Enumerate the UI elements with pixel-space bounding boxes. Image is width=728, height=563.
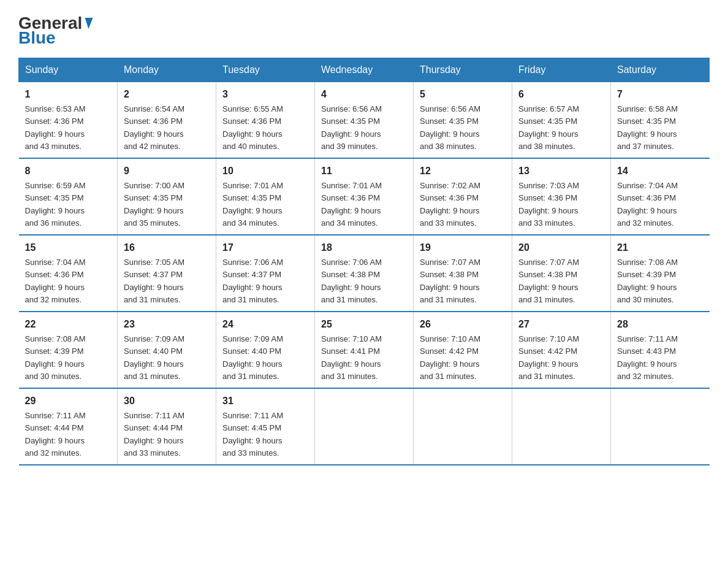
- day-number: 7: [617, 87, 703, 102]
- day-number: 27: [518, 317, 604, 332]
- calendar-cell: 5Sunrise: 6:56 AMSunset: 4:35 PMDaylight…: [414, 82, 512, 159]
- cell-info: Sunrise: 7:01 AMSunset: 4:35 PMDaylight:…: [222, 181, 283, 228]
- cell-info: Sunrise: 6:58 AMSunset: 4:35 PMDaylight:…: [617, 104, 678, 151]
- calendar-cell: 2Sunrise: 6:54 AMSunset: 4:36 PMDaylight…: [118, 82, 216, 159]
- cell-info: Sunrise: 7:11 AMSunset: 4:43 PMDaylight:…: [617, 334, 678, 381]
- cell-info: Sunrise: 6:59 AMSunset: 4:35 PMDaylight:…: [25, 181, 86, 228]
- cell-info: Sunrise: 6:54 AMSunset: 4:36 PMDaylight:…: [124, 104, 184, 151]
- day-number: 25: [321, 317, 407, 332]
- calendar-cell: [315, 388, 414, 465]
- day-number: 11: [321, 164, 407, 178]
- calendar-cell: 20Sunrise: 7:07 AMSunset: 4:38 PMDayligh…: [512, 235, 611, 312]
- cell-info: Sunrise: 7:06 AMSunset: 4:38 PMDaylight:…: [321, 258, 382, 304]
- day-number: 28: [617, 317, 703, 332]
- calendar-cell: 7Sunrise: 6:58 AMSunset: 4:35 PMDaylight…: [611, 82, 710, 159]
- calendar-cell: 30Sunrise: 7:11 AMSunset: 4:44 PMDayligh…: [118, 388, 216, 465]
- day-number: 9: [124, 164, 210, 178]
- cell-info: Sunrise: 7:08 AMSunset: 4:39 PMDaylight:…: [25, 334, 86, 381]
- col-header-monday: Monday: [118, 58, 216, 82]
- day-number: 21: [617, 240, 703, 255]
- day-number: 26: [420, 317, 506, 332]
- cell-info: Sunrise: 7:09 AMSunset: 4:40 PMDaylight:…: [124, 334, 184, 381]
- calendar-table: SundayMondayTuesdayWednesdayThursdayFrid…: [18, 58, 710, 465]
- page-header: General Blue: [18, 15, 710, 47]
- cell-info: Sunrise: 7:04 AMSunset: 4:36 PMDaylight:…: [617, 181, 678, 228]
- calendar-cell: 26Sunrise: 7:10 AMSunset: 4:42 PMDayligh…: [414, 312, 512, 388]
- calendar-cell: [611, 388, 710, 465]
- calendar-week-row: 22Sunrise: 7:08 AMSunset: 4:39 PMDayligh…: [19, 312, 710, 388]
- day-number: 19: [420, 240, 506, 255]
- calendar-cell: 11Sunrise: 7:01 AMSunset: 4:36 PMDayligh…: [315, 158, 414, 235]
- day-number: 17: [222, 240, 308, 255]
- calendar-cell: 10Sunrise: 7:01 AMSunset: 4:35 PMDayligh…: [216, 158, 315, 235]
- calendar-cell: 6Sunrise: 6:57 AMSunset: 4:35 PMDaylight…: [512, 82, 611, 159]
- day-number: 14: [617, 164, 703, 178]
- calendar-cell: 16Sunrise: 7:05 AMSunset: 4:37 PMDayligh…: [118, 235, 216, 312]
- cell-info: Sunrise: 7:08 AMSunset: 4:39 PMDaylight:…: [617, 258, 678, 304]
- calendar-cell: 1Sunrise: 6:53 AMSunset: 4:36 PMDaylight…: [19, 82, 118, 159]
- calendar-cell: 25Sunrise: 7:10 AMSunset: 4:41 PMDayligh…: [315, 312, 414, 388]
- col-header-friday: Friday: [512, 58, 611, 82]
- day-number: 3: [222, 87, 308, 102]
- day-number: 2: [124, 87, 210, 102]
- calendar-cell: 24Sunrise: 7:09 AMSunset: 4:40 PMDayligh…: [216, 312, 315, 388]
- cell-info: Sunrise: 7:11 AMSunset: 4:45 PMDaylight:…: [222, 411, 283, 458]
- cell-info: Sunrise: 7:11 AMSunset: 4:44 PMDaylight:…: [25, 411, 86, 458]
- day-number: 1: [25, 87, 112, 102]
- day-number: 16: [124, 240, 210, 255]
- day-number: 4: [321, 87, 407, 102]
- day-number: 15: [25, 240, 112, 255]
- cell-info: Sunrise: 7:09 AMSunset: 4:40 PMDaylight:…: [222, 334, 283, 381]
- calendar-cell: 3Sunrise: 6:55 AMSunset: 4:36 PMDaylight…: [216, 82, 315, 159]
- calendar-week-row: 8Sunrise: 6:59 AMSunset: 4:35 PMDaylight…: [19, 158, 710, 235]
- day-number: 31: [222, 394, 308, 408]
- cell-info: Sunrise: 7:10 AMSunset: 4:42 PMDaylight:…: [518, 334, 579, 381]
- cell-info: Sunrise: 7:04 AMSunset: 4:36 PMDaylight:…: [25, 258, 86, 304]
- cell-info: Sunrise: 7:05 AMSunset: 4:37 PMDaylight:…: [124, 258, 184, 304]
- calendar-cell: 14Sunrise: 7:04 AMSunset: 4:36 PMDayligh…: [611, 158, 710, 235]
- calendar-cell: 29Sunrise: 7:11 AMSunset: 4:44 PMDayligh…: [19, 388, 118, 465]
- calendar-cell: 27Sunrise: 7:10 AMSunset: 4:42 PMDayligh…: [512, 312, 611, 388]
- calendar-cell: 18Sunrise: 7:06 AMSunset: 4:38 PMDayligh…: [315, 235, 414, 312]
- calendar-cell: 17Sunrise: 7:06 AMSunset: 4:37 PMDayligh…: [216, 235, 315, 312]
- cell-info: Sunrise: 7:06 AMSunset: 4:37 PMDaylight:…: [222, 258, 283, 304]
- cell-info: Sunrise: 7:03 AMSunset: 4:36 PMDaylight:…: [518, 181, 579, 228]
- calendar-cell: 13Sunrise: 7:03 AMSunset: 4:36 PMDayligh…: [512, 158, 611, 235]
- cell-info: Sunrise: 7:00 AMSunset: 4:35 PMDaylight:…: [124, 181, 184, 228]
- calendar-cell: 15Sunrise: 7:04 AMSunset: 4:36 PMDayligh…: [19, 235, 118, 312]
- day-number: 30: [124, 394, 210, 408]
- day-number: 18: [321, 240, 407, 255]
- calendar-cell: 22Sunrise: 7:08 AMSunset: 4:39 PMDayligh…: [19, 312, 118, 388]
- calendar-cell: 8Sunrise: 6:59 AMSunset: 4:35 PMDaylight…: [19, 158, 118, 235]
- cell-info: Sunrise: 7:02 AMSunset: 4:36 PMDaylight:…: [420, 181, 480, 228]
- calendar-week-row: 1Sunrise: 6:53 AMSunset: 4:36 PMDaylight…: [19, 82, 710, 159]
- cell-info: Sunrise: 6:53 AMSunset: 4:36 PMDaylight:…: [25, 104, 86, 151]
- cell-info: Sunrise: 7:10 AMSunset: 4:42 PMDaylight:…: [420, 334, 480, 381]
- calendar-header: SundayMondayTuesdayWednesdayThursdayFrid…: [19, 58, 710, 82]
- day-number: 6: [518, 87, 604, 102]
- day-number: 29: [25, 394, 112, 408]
- calendar-cell: 28Sunrise: 7:11 AMSunset: 4:43 PMDayligh…: [611, 312, 710, 388]
- day-number: 13: [518, 164, 604, 178]
- cell-info: Sunrise: 7:01 AMSunset: 4:36 PMDaylight:…: [321, 181, 382, 228]
- day-number: 20: [518, 240, 604, 255]
- calendar-cell: 9Sunrise: 7:00 AMSunset: 4:35 PMDaylight…: [118, 158, 216, 235]
- day-number: 12: [420, 164, 506, 178]
- col-header-thursday: Thursday: [414, 58, 512, 82]
- day-number: 24: [222, 317, 308, 332]
- calendar-cell: 23Sunrise: 7:09 AMSunset: 4:40 PMDayligh…: [118, 312, 216, 388]
- cell-info: Sunrise: 7:10 AMSunset: 4:41 PMDaylight:…: [321, 334, 382, 381]
- calendar-cell: 31Sunrise: 7:11 AMSunset: 4:45 PMDayligh…: [216, 388, 315, 465]
- cell-info: Sunrise: 7:07 AMSunset: 4:38 PMDaylight:…: [518, 258, 579, 304]
- day-number: 10: [222, 164, 308, 178]
- cell-info: Sunrise: 6:57 AMSunset: 4:35 PMDaylight:…: [518, 104, 579, 151]
- col-header-sunday: Sunday: [19, 58, 118, 82]
- day-number: 5: [420, 87, 506, 102]
- calendar-cell: 21Sunrise: 7:08 AMSunset: 4:39 PMDayligh…: [611, 235, 710, 312]
- logo: General Blue: [18, 15, 92, 47]
- cell-info: Sunrise: 7:07 AMSunset: 4:38 PMDaylight:…: [420, 258, 480, 304]
- col-header-tuesday: Tuesday: [216, 58, 315, 82]
- calendar-cell: [414, 388, 512, 465]
- calendar-cell: 12Sunrise: 7:02 AMSunset: 4:36 PMDayligh…: [414, 158, 512, 235]
- cell-info: Sunrise: 6:56 AMSunset: 4:35 PMDaylight:…: [420, 104, 480, 151]
